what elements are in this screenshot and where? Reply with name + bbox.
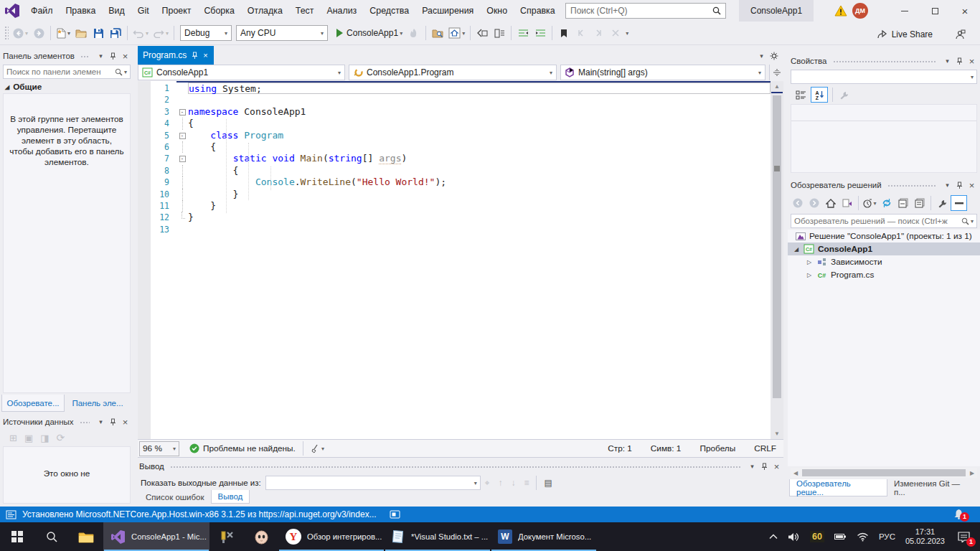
output-source-select[interactable]: ▾ xyxy=(265,476,481,490)
pending-changes-filter-button[interactable]: ▾ xyxy=(862,195,878,211)
fold-collapse-icon[interactable]: - xyxy=(176,106,188,118)
toolbox-search[interactable]: ▾ xyxy=(3,65,131,79)
code-line[interactable]: 5- class Program xyxy=(151,130,771,141)
code-line[interactable]: 11 } xyxy=(151,200,771,212)
breakpoint-margin[interactable] xyxy=(138,81,151,439)
battery-icon[interactable] xyxy=(829,522,852,551)
back-button[interactable] xyxy=(789,195,806,211)
code-health-indicator[interactable]: Проблемы не найдены. xyxy=(189,443,296,453)
open-file-button[interactable] xyxy=(73,24,89,42)
close-tab-icon[interactable]: × xyxy=(203,51,207,60)
feedback-icon[interactable] xyxy=(955,26,966,43)
output-status-icon[interactable] xyxy=(6,510,17,519)
status-eol[interactable]: CRLF xyxy=(754,443,776,453)
code-line[interactable]: 8 { xyxy=(151,165,771,176)
yandex-browser-taskbar-app[interactable]: YОбзор интегриров... xyxy=(278,522,385,551)
menu-item[interactable]: Средства xyxy=(363,0,415,22)
categorized-button[interactable] xyxy=(792,87,809,103)
window-position-icon[interactable]: ▾ xyxy=(95,417,106,428)
toolbox-search-input[interactable] xyxy=(6,67,115,76)
forward-button[interactable] xyxy=(806,195,822,211)
menu-item[interactable]: Тест xyxy=(289,0,321,22)
clear-all-icon[interactable]: ≡ xyxy=(524,478,529,488)
home-button[interactable] xyxy=(822,195,839,211)
pin-icon[interactable] xyxy=(759,461,770,472)
toolbox-section-general[interactable]: ◢ Общие xyxy=(3,80,131,93)
new-file-button[interactable]: ▾ xyxy=(55,24,72,42)
code-line[interactable]: 10 } xyxy=(151,189,771,200)
next-message-icon[interactable]: ↓ xyxy=(511,478,515,488)
word-taskbar-app[interactable]: WДокумент Microso... xyxy=(491,522,597,551)
status-spaces[interactable]: Пробелы xyxy=(699,443,735,453)
scroll-left-icon[interactable]: ◀ xyxy=(791,470,801,476)
tree-item-solution[interactable]: Решение "ConsoleApp1" (проекты: 1 из 1) xyxy=(788,230,980,242)
code-line[interactable]: 3-namespace ConsoleApp1 xyxy=(151,106,771,118)
fold-collapse-icon[interactable]: - xyxy=(176,130,188,141)
tab-error-list[interactable]: Список ошибок xyxy=(139,490,211,504)
navigate-back-button[interactable]: ▾ xyxy=(11,24,29,42)
close-button[interactable]: × xyxy=(950,0,980,22)
tree-item-program-cs[interactable]: ▷C#Program.cs xyxy=(788,268,980,281)
previous-bookmark-button[interactable] xyxy=(573,24,589,42)
pin-icon[interactable] xyxy=(954,56,965,67)
minimize-button[interactable] xyxy=(890,0,920,22)
taskbar-search-button[interactable] xyxy=(34,522,69,551)
code-cleanup-button[interactable]: ▾ xyxy=(311,444,324,453)
hot-reload-icon[interactable] xyxy=(406,24,422,42)
refresh-button[interactable] xyxy=(878,195,895,211)
code-line[interactable]: 1using System; xyxy=(151,83,771,94)
window-position-icon[interactable]: ▾ xyxy=(747,461,758,472)
fold-collapse-icon[interactable]: - xyxy=(176,153,188,164)
decrease-indent-icon[interactable] xyxy=(515,24,531,42)
window-position-icon[interactable]: ▾ xyxy=(942,56,953,67)
solution-platforms-select[interactable]: Any CPU▾ xyxy=(236,25,328,41)
editor-scrollbar[interactable]: ▲ ▼ xyxy=(771,81,783,439)
maximize-button[interactable] xyxy=(920,0,950,22)
isaac-pinned-app[interactable] xyxy=(244,522,278,551)
close-icon[interactable]: × xyxy=(966,180,977,191)
file-explorer-button[interactable] xyxy=(69,522,103,551)
tools-pinned-app[interactable] xyxy=(209,522,244,551)
close-icon[interactable]: × xyxy=(966,56,977,67)
code-line[interactable]: 7- static void Main(string[] args) xyxy=(151,153,771,164)
menu-item[interactable]: Правка xyxy=(59,0,102,22)
show-all-files-button[interactable] xyxy=(911,195,928,211)
menu-item[interactable]: Git xyxy=(131,0,156,22)
tab-solution-explorer[interactable]: Обозреватель реше... xyxy=(789,479,887,496)
previous-message-icon[interactable]: ↑ xyxy=(498,478,502,488)
save-all-button[interactable] xyxy=(108,24,123,42)
properties-wrench-button[interactable] xyxy=(934,195,951,211)
word-wrap-icon[interactable]: ▤ xyxy=(544,478,552,488)
clock[interactable]: 17:31 05.02.2023 xyxy=(900,522,950,551)
solution-explorer-hscrollbar[interactable]: ◀ ▶ xyxy=(791,468,977,478)
pin-icon[interactable] xyxy=(108,51,118,62)
document-outline-icon[interactable] xyxy=(491,24,507,42)
property-pages-button[interactable] xyxy=(836,87,853,103)
tree-item-dependencies[interactable]: ▷Зависимости xyxy=(788,255,980,268)
find-in-files-button[interactable] xyxy=(430,24,446,42)
solution-configurations-select[interactable]: Debug▾ xyxy=(180,25,232,41)
volume-icon[interactable] xyxy=(783,522,805,551)
start-debugging-button[interactable]: ConsoleApp1 ▾ xyxy=(334,24,405,42)
menu-item[interactable]: Анализ xyxy=(320,0,363,22)
configure-data-source-icon[interactable]: ◨ xyxy=(40,433,49,443)
quick-search-input[interactable] xyxy=(570,6,712,16)
fps-indicator[interactable]: 60 xyxy=(805,522,829,551)
menu-item[interactable]: Файл xyxy=(24,0,59,22)
visual-studio-taskbar-app[interactable]: ConsoleApp1 - Mic... xyxy=(103,522,209,551)
solution-explorer-search-input[interactable] xyxy=(794,217,961,225)
gear-icon[interactable] xyxy=(768,50,779,61)
action-center-button[interactable]: 1 xyxy=(950,522,977,551)
tray-chevron-icon[interactable] xyxy=(764,522,783,551)
close-icon[interactable]: × xyxy=(120,417,131,428)
start-button[interactable] xyxy=(0,522,34,551)
type-dropdown[interactable]: ConsoleApp1.Program▾ xyxy=(349,65,557,80)
menu-item[interactable]: Сборка xyxy=(197,0,240,22)
quick-search[interactable] xyxy=(565,3,726,19)
redo-button[interactable]: ▾ xyxy=(151,24,170,42)
code-line[interactable]: 13 xyxy=(151,224,771,235)
notepad-taskbar-app[interactable]: *Visual Studio.txt – ... xyxy=(385,522,491,551)
notification-bell-icon[interactable]: 1 xyxy=(953,509,964,519)
scroll-right-icon[interactable]: ▶ xyxy=(967,470,977,476)
toggle-bookmark-button[interactable] xyxy=(556,24,572,42)
